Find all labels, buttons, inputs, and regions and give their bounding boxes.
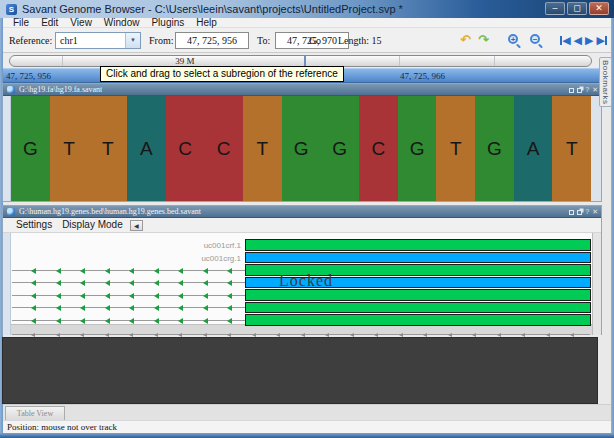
reference-dropdown[interactable]: chr1 ▼ [55, 32, 141, 49]
gene-vertical-scrollbar[interactable] [592, 233, 601, 335]
savant-window: S Savant Genome Browser - C:\Users\leein… [0, 0, 614, 438]
window-border-bottom [0, 433, 614, 438]
base-block-T[interactable]: T [436, 96, 475, 201]
gene-track-title: G:\human.hg19.genes.bed\human.hg19.genes… [19, 206, 201, 218]
go-button[interactable]: Go [304, 33, 326, 48]
strand-direction-arrow [80, 305, 85, 311]
from-input[interactable] [175, 32, 249, 49]
zoom-out-icon[interactable]: − [530, 34, 543, 47]
base-letter: T [552, 138, 591, 157]
frame-help-icon[interactable]: ? [585, 208, 589, 216]
strand-direction-arrow [154, 280, 159, 286]
gene-view[interactable]: uc001crf.1uc001crg.1Locked [3, 233, 601, 335]
go-to-end-icon[interactable]: ▶ [597, 34, 607, 47]
minimize-button[interactable]: – [545, 2, 565, 15]
strand-direction-arrow [129, 268, 134, 274]
frame-close-icon[interactable]: ✕ [592, 208, 598, 216]
base-letter: T [88, 138, 127, 157]
base-letter: A [127, 138, 166, 157]
title-bar[interactable]: S Savant Genome Browser - C:\Users\leein… [0, 0, 614, 18]
base-block-A[interactable]: A [514, 96, 553, 201]
track-icon [7, 86, 15, 94]
sequence-view[interactable]: GTTACCTGGCGTGAT [3, 96, 601, 201]
gene-name-label: uc001crg.1 [181, 254, 241, 263]
gene-bar-green[interactable] [245, 302, 591, 314]
pan-left-icon[interactable]: ◀ [574, 34, 582, 47]
pan-right-icon[interactable]: ▶ [585, 34, 593, 47]
menu-item-help[interactable]: Help [190, 18, 223, 28]
base-letter: C [166, 138, 205, 157]
strand-direction-arrow [56, 318, 61, 324]
strand-direction-arrow [154, 293, 159, 299]
base-block-T[interactable]: T [243, 96, 282, 201]
base-block-C[interactable]: C [359, 96, 398, 201]
strand-direction-arrow [80, 293, 85, 299]
maximize-button[interactable]: ◻ [567, 2, 587, 15]
frame-help-icon[interactable]: ? [585, 86, 589, 94]
gene-track-titlebar[interactable]: G:\human.hg19.genes.bed\human.hg19.genes… [3, 206, 601, 218]
menu-item-plugins[interactable]: Plugins [145, 18, 190, 28]
reference-value: chr1 [56, 33, 125, 48]
menu-item-edit[interactable]: Edit [35, 18, 64, 28]
bookmarks-tab[interactable]: Bookmarks [599, 57, 612, 107]
redo-icon[interactable]: ↷ [476, 33, 491, 48]
frame-close-icon[interactable]: ✕ [592, 86, 598, 94]
zoom-in-icon[interactable]: + [508, 34, 521, 47]
window-title: Savant Genome Browser - C:\Users\leein\s… [22, 0, 403, 18]
strand-direction-arrow [80, 280, 85, 286]
base-block-T[interactable]: T [88, 96, 127, 201]
menu-item-window[interactable]: Window [98, 18, 146, 28]
base-block-C[interactable]: C [204, 96, 243, 201]
base-block-G[interactable]: G [398, 96, 437, 201]
base-letter: G [475, 138, 514, 157]
go-to-start-icon[interactable]: ◀ [560, 34, 570, 47]
strand-direction-arrow [227, 268, 232, 274]
from-label: From: [149, 36, 173, 46]
strand-direction-arrow [227, 305, 232, 311]
strand-direction-arrow [203, 280, 208, 286]
empty-track-area [2, 337, 598, 404]
base-block-A[interactable]: A [127, 96, 166, 201]
gene-menu-display-mode[interactable]: Display Mode [59, 219, 126, 231]
frame-restore-icon[interactable] [569, 88, 574, 93]
base-letter: G [282, 138, 321, 157]
gene-bar-green[interactable] [245, 314, 591, 326]
strand-direction-arrow [227, 293, 232, 299]
strand-direction-arrow [31, 268, 36, 274]
strand-direction-arrow [56, 280, 61, 286]
collapse-arrow-button[interactable]: ◀ [130, 220, 143, 231]
base-letter: G [320, 138, 359, 157]
base-block-T[interactable]: T [552, 96, 591, 201]
undo-icon[interactable]: ↶ [458, 33, 473, 48]
strand-direction-arrow [129, 318, 134, 324]
status-bar: Position: mouse not over track [3, 420, 611, 433]
base-block-T[interactable]: T [50, 96, 89, 201]
strand-direction-arrow [154, 268, 159, 274]
gene-menu-settings[interactable]: Settings [13, 219, 55, 231]
chevron-down-icon[interactable]: ▼ [125, 33, 140, 48]
strand-direction-arrow [31, 318, 36, 324]
strand-direction-arrow [203, 293, 208, 299]
gene-bar-green[interactable] [245, 239, 591, 251]
gene-bar-green[interactable] [245, 289, 591, 301]
strand-direction-arrow [56, 305, 61, 311]
base-letter: C [204, 138, 243, 157]
base-block-G[interactable]: G [282, 96, 321, 201]
frame-maximize-icon[interactable] [577, 88, 582, 93]
frame-restore-icon[interactable] [569, 210, 574, 215]
base-block-G[interactable]: G [475, 96, 514, 201]
base-block-C[interactable]: C [166, 96, 205, 201]
sequence-track-titlebar[interactable]: G:\hg19.fa\hg19.fa.savant ? ✕ [3, 84, 601, 96]
close-button[interactable]: ✕ [589, 2, 609, 15]
base-block-G[interactable]: G [320, 96, 359, 201]
gene-track-menubar: SettingsDisplay Mode◀ [3, 218, 601, 233]
strand-direction-arrow [178, 305, 183, 311]
strand-direction-arrow [227, 280, 232, 286]
table-view-button[interactable]: Table View [5, 406, 65, 420]
gene-bar-blue[interactable] [245, 252, 591, 264]
frame-maximize-icon[interactable] [577, 210, 582, 215]
menu-item-view[interactable]: View [64, 18, 98, 28]
menu-item-file[interactable]: File [7, 18, 35, 28]
base-block-G[interactable]: G [11, 96, 50, 201]
position-marker [304, 56, 306, 66]
